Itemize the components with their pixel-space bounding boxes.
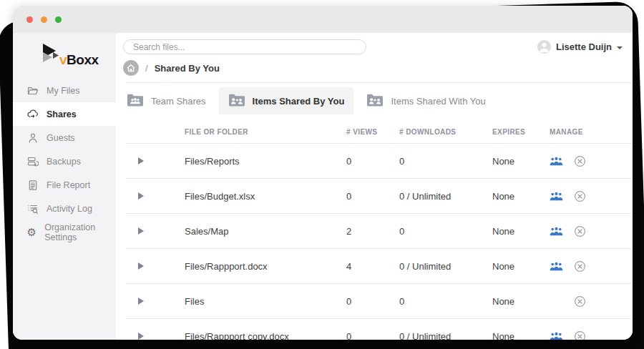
- views-count: 0: [346, 331, 399, 340]
- expand-row-icon[interactable]: [138, 227, 144, 235]
- manage-members-icon[interactable]: [550, 227, 563, 236]
- main-content: Lisette Duijn / Shared By You: [116, 33, 633, 340]
- avatar: [537, 40, 551, 54]
- breadcrumb-separator: /: [145, 63, 148, 74]
- file-name[interactable]: Files/Budget.xlsx: [185, 191, 346, 202]
- expand-row-icon[interactable]: [138, 157, 144, 164]
- sidebar-item-label: Activity Log: [47, 204, 92, 214]
- manage-members-icon[interactable]: [550, 332, 563, 340]
- col-file-or-folder: FILE OR FOLDER: [185, 128, 346, 136]
- expand-row-icon[interactable]: [138, 298, 144, 305]
- table-row: Files 0 0 None: [126, 283, 633, 318]
- maximize-window-button[interactable]: [55, 16, 62, 23]
- sidebar-item-organization-settings[interactable]: ⚙ Organization Settings: [13, 220, 116, 244]
- user-menu[interactable]: Lisette Duijn: [537, 40, 623, 54]
- close-window-button[interactable]: [26, 16, 33, 23]
- expires-value: None: [492, 191, 550, 202]
- downloads-count: 0 / Unlimited: [399, 331, 492, 340]
- share-cloud-icon: [26, 109, 39, 119]
- minimize-window-button[interactable]: [41, 16, 47, 23]
- activity-log-icon: [26, 203, 39, 215]
- file-name[interactable]: Files: [185, 296, 346, 307]
- expand-row-icon[interactable]: [138, 192, 144, 200]
- share-in-folder-icon: [366, 93, 384, 109]
- downloads-count: 0: [399, 226, 492, 237]
- person-icon: [26, 132, 39, 144]
- sidebar-item-label: Shares: [47, 109, 77, 119]
- sidebar-item-backups[interactable]: Backups: [13, 149, 116, 173]
- screenshot-stage: vBoxx My Files: [0, 0, 644, 349]
- document-icon: [26, 180, 39, 191]
- table-header: FILE OR FOLDER # VIEWS # DOWNLOADS EXPIR…: [126, 119, 633, 143]
- views-count: 2: [346, 226, 399, 237]
- table-row: Files/Rappport.docx 4 0 / Unlimited None: [126, 248, 633, 283]
- downloads-count: 0: [399, 156, 492, 167]
- remove-share-icon[interactable]: [574, 260, 586, 272]
- logo-prefix: v: [59, 52, 67, 67]
- remove-share-icon[interactable]: [574, 295, 586, 308]
- tab-items-shared-with-you[interactable]: Items Shared With You: [357, 87, 494, 114]
- table-row: Files/Budget.xlsx 0 0 / Unlimited None: [126, 178, 633, 213]
- remove-share-icon[interactable]: [574, 155, 586, 167]
- search-input[interactable]: [123, 39, 366, 54]
- sidebar-item-shares[interactable]: Shares: [13, 102, 116, 126]
- chevron-down-icon: [617, 46, 623, 49]
- remove-share-icon[interactable]: [574, 330, 586, 340]
- sidebar-item-label: Backups: [47, 157, 81, 167]
- views-count: 4: [346, 261, 399, 272]
- sidebar-item-my-files[interactable]: My Files: [13, 79, 116, 102]
- views-count: 0: [346, 156, 399, 167]
- table-row: Files/Rappport copy.docx 0 0 / Unlimited…: [126, 318, 633, 340]
- file-name[interactable]: Files/Rappport copy.docx: [185, 331, 346, 340]
- views-count: 0: [346, 191, 399, 202]
- tab-items-shared-by-you[interactable]: Items Shared By You: [219, 87, 354, 114]
- tab-team-shares[interactable]: Team Shares: [117, 87, 215, 114]
- sidebar-item-label: My Files: [47, 86, 80, 96]
- shares-table: FILE OR FOLDER # VIEWS # DOWNLOADS EXPIR…: [126, 119, 633, 340]
- breadcrumb: / Shared By You: [116, 56, 633, 82]
- expires-value: None: [492, 296, 550, 307]
- file-name[interactable]: Files/Reports: [185, 156, 346, 167]
- share-out-folder-icon: [228, 93, 245, 109]
- sidebar-item-label: File Report: [47, 180, 90, 190]
- table-row: Files/Reports 0 0 None: [126, 143, 633, 178]
- downloads-count: 0 / Unlimited: [399, 191, 492, 202]
- col-downloads: # DOWNLOADS: [399, 128, 492, 136]
- team-folder-icon: [127, 93, 144, 109]
- expires-value: None: [492, 331, 550, 340]
- sidebar-nav: My Files Shares: [13, 79, 116, 244]
- col-manage: MANAGE: [550, 128, 633, 136]
- file-name[interactable]: Sales/Map: [185, 226, 346, 237]
- manage-members-icon[interactable]: [550, 262, 563, 271]
- app-window: vBoxx My Files: [13, 6, 633, 340]
- breadcrumb-current: Shared By You: [155, 63, 220, 74]
- sidebar-item-guests[interactable]: Guests: [13, 126, 116, 149]
- vboxx-logo[interactable]: vBoxx: [38, 43, 116, 67]
- downloads-count: 0 / Unlimited: [399, 261, 492, 272]
- home-icon[interactable]: [123, 60, 139, 76]
- table-row: Sales/Map 2 0 None: [126, 213, 633, 248]
- window-titlebar: [13, 6, 633, 33]
- backup-icon: [26, 156, 39, 167]
- manage-members-icon[interactable]: [550, 157, 563, 166]
- file-name[interactable]: Files/Rappport.docx: [185, 261, 346, 272]
- tab-label: Items Shared By You: [253, 96, 345, 107]
- remove-share-icon[interactable]: [574, 190, 586, 202]
- topbar: Lisette Duijn: [116, 33, 633, 56]
- remove-share-icon[interactable]: [574, 225, 586, 237]
- expires-value: None: [492, 261, 550, 272]
- logo-suffix: Boxx: [67, 52, 98, 67]
- sidebar-item-label: Guests: [47, 133, 75, 143]
- expires-value: None: [492, 156, 550, 167]
- expand-row-icon[interactable]: [138, 333, 144, 340]
- gear-icon: ⚙: [26, 227, 36, 237]
- tab-label: Team Shares: [151, 96, 206, 107]
- user-name: Lisette Duijn: [556, 41, 612, 52]
- share-tabs: Team Shares: [116, 83, 633, 119]
- col-expires: EXPIRES: [492, 128, 550, 136]
- sidebar-item-activity-log[interactable]: Activity Log: [13, 197, 116, 220]
- manage-members-icon[interactable]: [550, 192, 563, 201]
- downloads-count: 0: [399, 296, 492, 307]
- sidebar-item-file-report[interactable]: File Report: [13, 173, 116, 197]
- expand-row-icon[interactable]: [138, 262, 144, 270]
